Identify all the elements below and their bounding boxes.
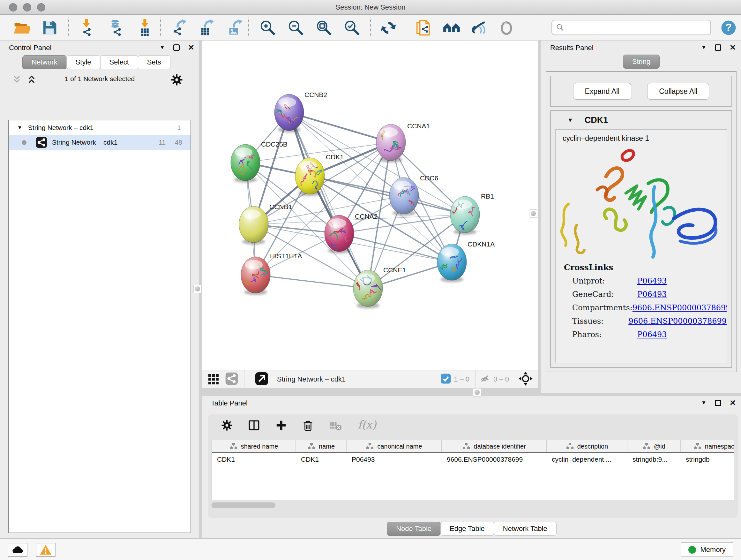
- tab-sets[interactable]: Sets: [138, 55, 171, 69]
- hidden-eye-icon[interactable]: [479, 373, 491, 386]
- table-row[interactable]: CDK1CDK1P064939606.ENSP00000378699cyclin…: [212, 453, 734, 467]
- zoom-selected-icon[interactable]: [343, 19, 360, 37]
- tab-style[interactable]: Style: [66, 55, 100, 69]
- column-header-canonical-name[interactable]: canonical name: [347, 440, 442, 452]
- table-gear-icon[interactable]: [221, 420, 232, 432]
- tab-string[interactable]: String: [623, 55, 660, 69]
- crosslink-row: Compartments:9606.ENSP00000378699: [564, 303, 727, 312]
- column-header-id[interactable]: @id: [627, 440, 681, 452]
- crosslink-link[interactable]: 9606.ENSP00000378699: [632, 303, 727, 312]
- network-row-selected[interactable]: String Network – cdk1 11 48: [9, 135, 191, 150]
- panel-float-icon[interactable]: [715, 400, 721, 406]
- help-icon[interactable]: ?: [720, 19, 737, 37]
- table-columns-icon[interactable]: [248, 419, 260, 433]
- network-edge-count: 48: [175, 138, 182, 146]
- column-header-database-identifier[interactable]: database identifier: [442, 440, 547, 452]
- memory-status-dot: [688, 546, 696, 554]
- crosslink-link[interactable]: 9606.ENSP00000378699: [628, 317, 727, 326]
- right-splitter-grip[interactable]: [529, 209, 537, 218]
- node-label-CCNA1: CCNA1: [407, 122, 430, 130]
- save-session-icon[interactable]: [41, 19, 58, 37]
- column-header-shared-name[interactable]: shared name: [212, 440, 296, 452]
- crosslink-link[interactable]: P06493: [637, 290, 667, 299]
- search-box[interactable]: [551, 20, 711, 35]
- panel-float-icon[interactable]: [715, 44, 721, 51]
- protein-section-header[interactable]: ▼ CDK1: [551, 111, 731, 129]
- panel-close-icon[interactable]: ✕: [730, 398, 736, 408]
- panel-menu-icon[interactable]: ▼: [159, 44, 165, 51]
- selected-checkbox-icon[interactable]: [441, 373, 451, 385]
- svg-text:?: ?: [725, 21, 732, 33]
- network-share-icon[interactable]: [225, 372, 239, 387]
- node-table[interactable]: shared namenamecanonical namedatabase id…: [212, 440, 734, 500]
- protein-structure-image: [558, 145, 724, 260]
- tab-network[interactable]: Network: [22, 55, 67, 69]
- node-label-RB1: RB1: [481, 192, 494, 200]
- show-eye-icon[interactable]: [498, 19, 515, 37]
- cloud-status-icon[interactable]: [8, 543, 27, 557]
- table-remove-icon[interactable]: [329, 420, 342, 432]
- control-panel-title: Control Panel: [9, 44, 51, 52]
- warning-status-icon[interactable]: [36, 543, 56, 557]
- tab-select[interactable]: Select: [100, 55, 138, 69]
- network-options-gear-icon[interactable]: [171, 74, 183, 87]
- string-import-icon[interactable]: [415, 19, 432, 37]
- panel-close-icon[interactable]: ✕: [188, 43, 194, 52]
- search-input[interactable]: [564, 21, 711, 34]
- open-session-icon[interactable]: [13, 19, 30, 37]
- export-table-icon[interactable]: [199, 19, 216, 37]
- grid-view-icon[interactable]: [207, 372, 220, 386]
- tab-edge-table[interactable]: Edge Table: [441, 522, 494, 536]
- zoom-out-icon[interactable]: [287, 19, 305, 37]
- export-image-icon[interactable]: [227, 19, 245, 37]
- collection-expander-icon[interactable]: ▼: [17, 125, 22, 131]
- table-panel-title: Table Panel: [211, 399, 248, 407]
- panel-menu-icon[interactable]: ▼: [701, 44, 706, 51]
- toolbar-separator: [248, 17, 249, 37]
- column-header-namespace[interactable]: namespace: [681, 440, 734, 452]
- network-current-dot: [22, 140, 26, 145]
- export-network-icon[interactable]: [171, 19, 188, 37]
- window-title: Session: New Session: [0, 0, 741, 15]
- bottom-splitter-grip[interactable]: [473, 388, 481, 396]
- zoom-fit-icon[interactable]: [315, 19, 333, 37]
- left-splitter-grip[interactable]: [193, 285, 202, 293]
- section-expander-icon[interactable]: ▼: [567, 117, 573, 124]
- column-header-name[interactable]: name: [296, 440, 347, 452]
- svg-text:f(x): f(x): [358, 419, 377, 431]
- expand-all-button[interactable]: Expand All: [573, 83, 631, 100]
- collapse-all-button[interactable]: Collapse All: [647, 83, 709, 100]
- zoom-in-icon[interactable]: [259, 19, 276, 37]
- network-selection-summary: 1 of 1 Network selected: [0, 75, 199, 83]
- table-cell: stringdb:9...: [627, 453, 681, 467]
- panel-menu-icon[interactable]: ▼: [701, 400, 706, 406]
- birdseye-view-icon[interactable]: [255, 372, 269, 387]
- table-add-icon[interactable]: [275, 420, 287, 432]
- import-table-icon[interactable]: [137, 19, 154, 37]
- node-label-CDC25B: CDC25B: [261, 140, 287, 148]
- refresh-icon[interactable]: [380, 19, 397, 37]
- column-header-description[interactable]: description: [547, 440, 627, 452]
- crosslink-link[interactable]: P06493: [637, 276, 667, 286]
- tab-network-table[interactable]: Network Table: [494, 522, 556, 536]
- network-canvas[interactable]: CCNB2 CCNA1 CDC25B CDK1 CDC6: [202, 41, 538, 370]
- memory-button[interactable]: Memory: [681, 543, 733, 557]
- fit-selected-crosshair-icon[interactable]: [518, 371, 533, 387]
- node-label-HIST1H1A: HIST1H1A: [270, 252, 302, 260]
- protein-name: CDK1: [585, 115, 608, 125]
- crosslink-link[interactable]: P06493: [637, 330, 667, 339]
- table-function-icon[interactable]: f(x): [357, 419, 380, 433]
- network-label: String Network – cdk1: [52, 138, 118, 146]
- table-horizontal-scrollbar[interactable]: [212, 503, 275, 508]
- hide-panel-icon[interactable]: [470, 19, 487, 37]
- panel-close-icon[interactable]: ✕: [730, 43, 736, 52]
- tab-node-table[interactable]: Node Table: [387, 522, 441, 536]
- home-icon[interactable]: [443, 19, 460, 37]
- node-label-CDK1: CDK1: [326, 153, 344, 161]
- import-network-icon[interactable]: [79, 19, 96, 37]
- network-collection-row[interactable]: ▼ String Network – cdk1 1: [9, 120, 191, 135]
- import-database-icon[interactable]: [107, 19, 125, 37]
- table-cell: cyclin–dependent ...: [547, 453, 627, 467]
- panel-float-icon[interactable]: [173, 44, 180, 51]
- table-delete-row-icon[interactable]: [302, 419, 314, 433]
